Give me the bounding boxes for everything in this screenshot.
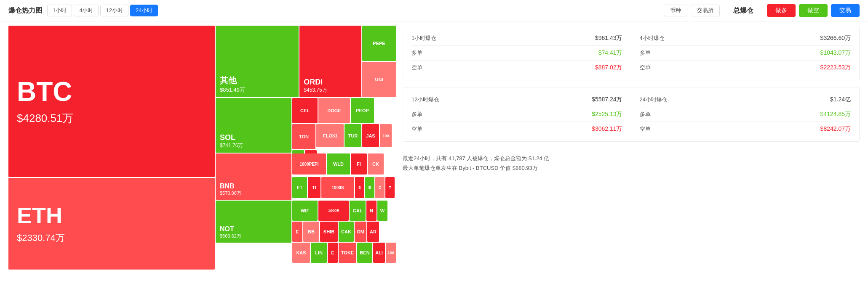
b-cell[interactable]: B: [365, 177, 374, 198]
e1000-cell[interactable]: 1000E: [318, 201, 349, 221]
h1-short-label: 空单: [411, 64, 422, 71]
lin-cell[interactable]: LIN: [311, 243, 327, 263]
e-cell[interactable]: E: [292, 222, 302, 242]
pep1000-cell[interactable]: 1000PEPI: [292, 153, 326, 175]
cak-cell[interactable]: CAK: [339, 222, 354, 242]
stats-h12h24-grid: 12小时爆仓 $5587.24万 多单 $2525.13万 空单 $3062.1…: [403, 87, 860, 142]
app-container: 爆仓热力图 1小时 4小时 12小时 24小时 币种 交易所 总爆仓 做多 做空…: [0, 0, 868, 283]
pepe-uni-col: PEPE UNI: [362, 26, 396, 97]
s1000-cell[interactable]: 1000S: [321, 177, 354, 198]
ton-cell[interactable]: TON: [292, 124, 315, 149]
cel-cell[interactable]: CEL: [292, 98, 318, 123]
t-cell[interactable]: T: [385, 177, 395, 198]
c-cell[interactable]: C: [375, 177, 385, 198]
ti-cell[interactable]: TI: [308, 177, 320, 198]
wif-cell[interactable]: WIF: [292, 201, 318, 221]
h100-2-cell[interactable]: 100: [386, 243, 396, 263]
jas-cell[interactable]: JAS: [362, 124, 379, 147]
tur-cell[interactable]: TUR: [345, 124, 361, 147]
h4-short-value: $2223.53万: [820, 64, 851, 71]
h12-short-value: $3062.11万: [592, 125, 622, 133]
h24-long: 多单 $4124.85万: [640, 107, 851, 122]
s-cell[interactable]: S: [355, 177, 364, 198]
h12-long: 多单 $2525.13万: [411, 107, 622, 122]
ordi-cell[interactable]: ORDI $453.75万: [299, 26, 361, 97]
doge-cell[interactable]: DOGE: [318, 98, 350, 123]
wld-cell[interactable]: WLD: [327, 153, 350, 175]
tab-4h[interactable]: 4小时: [74, 5, 99, 16]
sol-cell[interactable]: SOL $741.76万: [216, 98, 291, 153]
btc-cell[interactable]: BTC $4280.51万: [8, 26, 215, 177]
h24-short-value: $8242.07万: [820, 125, 851, 133]
h4-label: 4小时爆仓: [640, 34, 665, 42]
h12-value: $5587.24万: [592, 96, 622, 103]
not-small-grid: WIF 1000E GAL N W E BB SHIB CAK OM AR KA…: [292, 201, 396, 243]
floki-cell[interactable]: FLOKI: [316, 124, 344, 147]
summary-line1: 最近24小时，共有 41,787 人被爆仓，爆仓总金额为 $1.24 亿: [403, 153, 860, 163]
not-row: NOT $563.62万 WIF 1000E GAL N W E BB SHIB…: [216, 201, 396, 243]
bb-cell[interactable]: BB: [303, 222, 319, 242]
tab-24h[interactable]: 24小时: [130, 5, 158, 16]
not-cell[interactable]: NOT $563.62万: [216, 201, 291, 243]
bnb-row: BNB $570.08万 1000PEPI WLD FI: [216, 153, 396, 200]
h24-long-label: 多单: [640, 111, 651, 118]
qita-cell[interactable]: 其他 $851.49万: [216, 26, 299, 97]
e2-cell[interactable]: E: [328, 243, 338, 263]
h12-long-label: 多单: [411, 111, 422, 118]
heatmap-top-row: 其他 $851.49万 ORDI $453.75万 PEPE UNI: [216, 26, 396, 97]
stats-h4-col: 4小时爆仓 $3266.60万 多单 $1043.07万 空单 $2223.53…: [631, 26, 860, 80]
long-button[interactable]: 做多: [767, 4, 796, 17]
heatmap[interactable]: BTC $4280.51万 ETH $2330.74万 其他 $851.49万: [8, 26, 396, 270]
main-content: BTC $4280.51万 ETH $2330.74万 其他 $851.49万: [0, 21, 868, 283]
gal-cell[interactable]: GAL: [350, 201, 366, 221]
trade-button[interactable]: 交易: [831, 4, 860, 17]
bnb-value: $570.08万: [220, 190, 287, 196]
time-tabs: 1小时 4小时 12小时 24小时: [47, 5, 158, 16]
btc-value: $4280.51万: [17, 111, 206, 126]
eth-value: $2330.74万: [17, 232, 206, 244]
h1-short-value: $887.02万: [595, 64, 622, 71]
ali-cell[interactable]: ALI: [373, 243, 385, 263]
fi-cell[interactable]: FI: [351, 153, 367, 175]
ben-cell[interactable]: BEN: [357, 243, 372, 263]
exchange-filter-button[interactable]: 交易所: [691, 5, 720, 16]
bnb-cell[interactable]: BNB $570.08万: [216, 153, 291, 200]
page-title: 爆仓热力图: [8, 6, 42, 15]
h1-long-value: $74.41万: [598, 49, 622, 57]
tab-12h[interactable]: 12小时: [100, 5, 128, 16]
stats-h12-col: 12小时爆仓 $5587.24万 多单 $2525.13万 空单 $3062.1…: [403, 87, 631, 141]
ar-cell[interactable]: AR: [367, 222, 379, 242]
short-button[interactable]: 做空: [799, 4, 828, 17]
action-buttons: 做多 做空 交易: [767, 4, 860, 17]
qita-value: $851.49万: [220, 86, 294, 94]
uni-name: UNI: [375, 77, 383, 82]
h4-total: 4小时爆仓 $3266.60万: [640, 31, 851, 46]
sol-value: $741.76万: [220, 142, 287, 149]
tab-1h[interactable]: 1小时: [47, 5, 72, 16]
pepe-cell[interactable]: PEPE: [362, 26, 396, 61]
h1-long-label: 多单: [411, 49, 422, 57]
coin-filter-button[interactable]: 币种: [664, 5, 687, 16]
n-cell[interactable]: N: [366, 201, 377, 221]
ordi-name: ORDI: [304, 78, 357, 87]
h24-label: 24小时爆仓: [640, 96, 668, 103]
stats-h1-col: 1小时爆仓 $961.43万 多单 $74.41万 空单 $887.02万: [403, 26, 631, 80]
eth-cell[interactable]: ETH $2330.74万: [8, 178, 215, 270]
uni-cell[interactable]: UNI: [362, 62, 396, 97]
w-cell[interactable]: W: [377, 201, 387, 221]
ft-cell[interactable]: FT: [292, 177, 307, 198]
kas-cell[interactable]: KAS: [292, 243, 310, 263]
h12-short: 空单 $3062.11万: [411, 122, 622, 136]
heatmap-left-col: BTC $4280.51万 ETH $2330.74万: [8, 26, 215, 270]
peop-cell[interactable]: PEOP: [351, 98, 374, 123]
eth-name: ETH: [17, 203, 206, 228]
om-cell[interactable]: OM: [355, 222, 366, 242]
not-value: $563.62万: [220, 233, 287, 239]
toke-cell[interactable]: TOKE: [339, 243, 356, 263]
h1-total: 1小时爆仓 $961.43万: [411, 31, 622, 46]
h100-cell[interactable]: 100: [380, 124, 392, 147]
ck-cell[interactable]: CK: [368, 153, 384, 175]
shib-cell[interactable]: SHIB: [320, 222, 338, 242]
h4-long-label: 多单: [640, 49, 651, 57]
sol-small-grid: CEL DOGE PEOP TON FLOKI: [292, 98, 396, 153]
